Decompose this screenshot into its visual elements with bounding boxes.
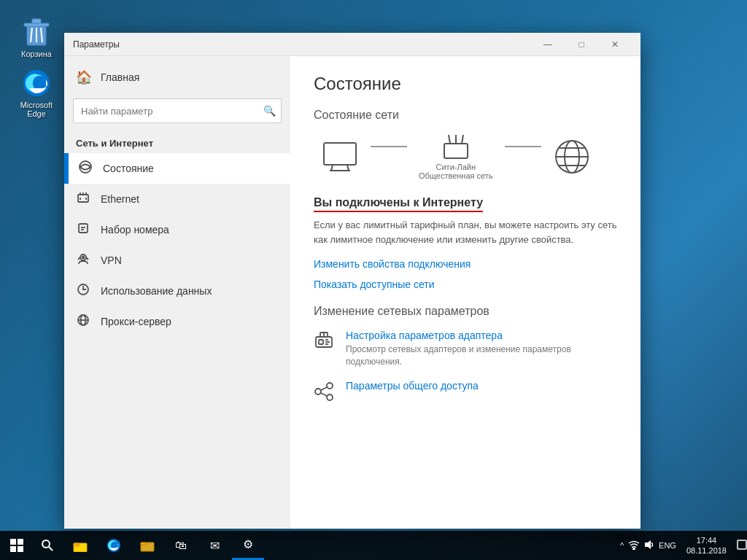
taskbar-items: 🛍 ✉ ⚙ <box>61 531 620 560</box>
recycle-bin-label: Корзина <box>21 50 52 58</box>
sidebar-item-dialup[interactable]: Набор номера <box>64 214 290 245</box>
taskbar: 🛍 ✉ ⚙ ^ ENG 17 <box>0 531 747 560</box>
sidebar-item-status-label: Состояние <box>103 163 154 174</box>
svg-point-43 <box>315 389 321 394</box>
adapter-settings-item: Настройка параметров адаптера Просмотр с… <box>314 330 617 368</box>
taskbar-tray: ^ ENG 17:44 08.11.2018 <box>620 535 747 556</box>
svg-rect-51 <box>18 546 23 552</box>
tray-notification[interactable] <box>737 540 747 552</box>
sidebar-item-data-usage-label: Использование данных <box>101 285 212 297</box>
sidebar-home[interactable]: 🏠 Главная <box>64 62 290 93</box>
clock-date: 08.11.2018 <box>686 545 727 556</box>
window-controls: — □ ✕ <box>531 33 632 56</box>
svg-rect-50 <box>10 546 16 552</box>
desktop: Корзина Microsoft Edge Параметры — □ ✕ <box>0 0 747 560</box>
svg-rect-2 <box>32 19 41 23</box>
taskbar-folder[interactable] <box>131 531 163 560</box>
edge-label: Microsoft Edge <box>20 101 53 118</box>
sidebar-item-ethernet-label: Ethernet <box>101 193 139 205</box>
close-button[interactable]: ✕ <box>598 33 632 56</box>
dialup-icon <box>76 222 90 238</box>
svg-line-53 <box>49 547 53 551</box>
title-bar: Параметры — □ ✕ <box>64 33 640 56</box>
taskbar-mail[interactable]: ✉ <box>198 531 231 560</box>
sidebar-item-vpn[interactable]: VPN <box>64 245 290 276</box>
main-content: Состояние Состояние сети <box>290 56 640 529</box>
page-title: Состояние <box>314 74 617 94</box>
taskbar-store[interactable]: 🛍 <box>165 531 197 560</box>
sidebar-search-container: 🔍 <box>73 98 282 123</box>
data-usage-icon <box>76 283 90 299</box>
svg-rect-1 <box>24 23 49 26</box>
sidebar-item-status[interactable]: Состояние <box>64 153 290 184</box>
svg-rect-23 <box>324 143 356 165</box>
search-icon[interactable]: 🔍 <box>263 105 276 117</box>
sidebar-item-ethernet[interactable]: Ethernet <box>64 184 290 214</box>
edge-icon-desktop[interactable]: Microsoft Edge <box>11 66 62 121</box>
settings-window: Параметры — □ ✕ 🏠 Главная 🔍 <box>64 33 640 529</box>
taskbar-search[interactable] <box>34 531 61 560</box>
home-icon: 🏠 <box>76 69 92 85</box>
svg-point-44 <box>327 383 333 389</box>
taskbar-clock[interactable]: 17:44 08.11.2018 <box>681 535 732 556</box>
adapter-content: Настройка параметров адаптера Просмотр с… <box>346 330 617 368</box>
svg-rect-55 <box>74 543 80 546</box>
tray-network[interactable] <box>628 540 640 552</box>
taskbar-edge[interactable] <box>98 531 130 560</box>
svg-rect-61 <box>738 540 746 549</box>
adapter-desc: Просмотр сетевых адаптеров и изменение п… <box>346 343 617 368</box>
router-device: Сити-Лайн Общественная сеть <box>419 133 493 180</box>
svg-line-47 <box>321 393 327 396</box>
taskbar-file-explorer[interactable] <box>64 531 96 560</box>
edge-image <box>22 69 51 98</box>
svg-rect-37 <box>319 340 323 344</box>
connection-description: Если у вас лимитный тарифный план, вы мо… <box>314 218 617 246</box>
sidebar-item-dialup-label: Набор номера <box>101 224 169 236</box>
tray-volume[interactable] <box>644 540 654 552</box>
connection-status: Вы подключены к Интернету <box>314 196 483 212</box>
svg-point-7 <box>80 161 91 173</box>
computer-device <box>321 141 359 172</box>
line1 <box>371 146 407 147</box>
sidebar-item-proxy-label: Прокси-сервер <box>101 316 171 327</box>
status-icon <box>78 160 93 176</box>
svg-line-30 <box>462 135 463 144</box>
svg-point-18 <box>82 257 85 259</box>
sharing-title[interactable]: Параметры общего доступа <box>346 380 617 392</box>
svg-point-59 <box>633 548 635 549</box>
sharing-settings-item: Параметры общего доступа <box>314 380 617 406</box>
network-diagram: Сити-Лайн Общественная сеть <box>314 133 617 180</box>
tray-lang[interactable]: ENG <box>659 541 676 550</box>
taskbar-settings[interactable]: ⚙ <box>232 531 264 560</box>
tray-chevron[interactable]: ^ <box>620 541 624 550</box>
show-networks-link[interactable]: Показать доступные сети <box>314 279 617 290</box>
sidebar-search-input[interactable] <box>73 98 282 123</box>
sidebar-item-proxy[interactable]: Прокси-сервер <box>64 306 290 337</box>
maximize-button[interactable]: □ <box>565 33 598 56</box>
router-label: Сити-Лайн Общественная сеть <box>419 163 493 180</box>
window-content: 🏠 Главная 🔍 Сеть и Интернет <box>64 56 640 529</box>
network-status-title: Состояние сети <box>314 109 617 122</box>
change-properties-link[interactable]: Изменить свойства подключения <box>314 258 617 270</box>
adapter-title[interactable]: Настройка параметров адаптера <box>346 330 617 341</box>
svg-line-46 <box>321 387 327 390</box>
svg-point-45 <box>327 394 333 400</box>
svg-marker-60 <box>645 540 651 549</box>
internet-device <box>553 138 591 176</box>
start-button[interactable] <box>0 531 34 560</box>
window-title: Параметры <box>73 39 120 50</box>
change-settings-title: Изменение сетевых параметров <box>314 305 617 318</box>
sidebar: 🏠 Главная 🔍 Сеть и Интернет <box>64 56 290 529</box>
home-label: Главная <box>101 71 139 83</box>
svg-line-28 <box>449 135 450 144</box>
sidebar-item-data-usage[interactable]: Использование данных <box>64 276 290 306</box>
recycle-bin-icon[interactable]: Корзина <box>11 15 62 61</box>
line2 <box>505 146 541 147</box>
minimize-button[interactable]: — <box>531 33 565 56</box>
proxy-icon <box>76 314 90 330</box>
ethernet-icon <box>76 191 90 207</box>
sharing-content: Параметры общего доступа <box>346 380 617 394</box>
svg-rect-14 <box>79 224 88 233</box>
svg-line-25 <box>347 165 349 171</box>
recycle-bin-image <box>22 18 51 47</box>
